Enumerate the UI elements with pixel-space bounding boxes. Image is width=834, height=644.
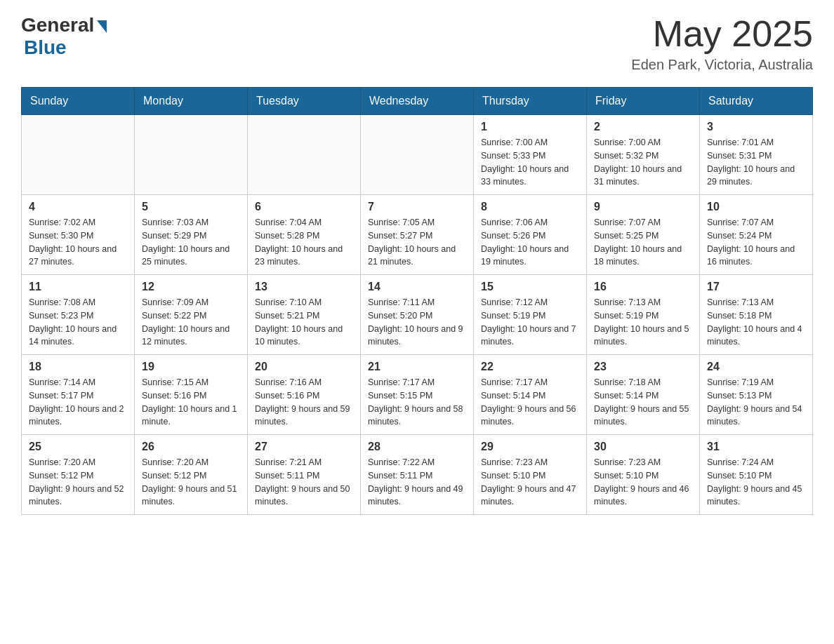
calendar-cell: 18Sunrise: 7:14 AM Sunset: 5:17 PM Dayli… xyxy=(22,355,135,435)
day-number: 13 xyxy=(255,281,353,293)
day-number: 17 xyxy=(707,281,805,293)
logo: General Blue xyxy=(21,14,107,59)
day-info: Sunrise: 7:19 AM Sunset: 5:13 PM Dayligh… xyxy=(707,376,805,429)
day-number: 24 xyxy=(707,361,805,373)
calendar-cell: 17Sunrise: 7:13 AM Sunset: 5:18 PM Dayli… xyxy=(700,275,813,355)
calendar-cell: 31Sunrise: 7:24 AM Sunset: 5:10 PM Dayli… xyxy=(700,435,813,515)
calendar-cell: 9Sunrise: 7:07 AM Sunset: 5:25 PM Daylig… xyxy=(587,195,700,275)
day-number: 29 xyxy=(481,441,579,453)
day-number: 11 xyxy=(29,281,127,293)
calendar-cell: 24Sunrise: 7:19 AM Sunset: 5:13 PM Dayli… xyxy=(700,355,813,435)
page-header: General Blue May 2025 Eden Park, Victori… xyxy=(21,14,813,73)
day-info: Sunrise: 7:08 AM Sunset: 5:23 PM Dayligh… xyxy=(29,296,127,349)
day-info: Sunrise: 7:00 AM Sunset: 5:32 PM Dayligh… xyxy=(594,136,692,189)
day-number: 9 xyxy=(594,201,692,213)
day-info: Sunrise: 7:14 AM Sunset: 5:17 PM Dayligh… xyxy=(29,376,127,429)
day-number: 18 xyxy=(29,361,127,373)
location-subtitle: Eden Park, Victoria, Australia xyxy=(631,57,813,73)
calendar-cell: 15Sunrise: 7:12 AM Sunset: 5:19 PM Dayli… xyxy=(474,275,587,355)
day-number: 22 xyxy=(481,361,579,373)
calendar-cell: 1Sunrise: 7:00 AM Sunset: 5:33 PM Daylig… xyxy=(474,115,587,195)
day-of-week-header: Wednesday xyxy=(361,88,474,115)
day-number: 21 xyxy=(368,361,466,373)
day-number: 8 xyxy=(481,201,579,213)
calendar-cell: 12Sunrise: 7:09 AM Sunset: 5:22 PM Dayli… xyxy=(135,275,248,355)
day-info: Sunrise: 7:13 AM Sunset: 5:18 PM Dayligh… xyxy=(707,296,805,349)
calendar-cell: 21Sunrise: 7:17 AM Sunset: 5:15 PM Dayli… xyxy=(361,355,474,435)
day-number: 16 xyxy=(594,281,692,293)
day-info: Sunrise: 7:12 AM Sunset: 5:19 PM Dayligh… xyxy=(481,296,579,349)
title-block: May 2025 Eden Park, Victoria, Australia xyxy=(631,14,813,73)
day-info: Sunrise: 7:07 AM Sunset: 5:25 PM Dayligh… xyxy=(594,216,692,269)
calendar-cell: 19Sunrise: 7:15 AM Sunset: 5:16 PM Dayli… xyxy=(135,355,248,435)
calendar-cell: 6Sunrise: 7:04 AM Sunset: 5:28 PM Daylig… xyxy=(248,195,361,275)
day-number: 5 xyxy=(142,201,240,213)
calendar-cell: 8Sunrise: 7:06 AM Sunset: 5:26 PM Daylig… xyxy=(474,195,587,275)
day-info: Sunrise: 7:01 AM Sunset: 5:31 PM Dayligh… xyxy=(707,136,805,189)
day-info: Sunrise: 7:20 AM Sunset: 5:12 PM Dayligh… xyxy=(29,456,127,509)
day-number: 26 xyxy=(142,441,240,453)
day-info: Sunrise: 7:23 AM Sunset: 5:10 PM Dayligh… xyxy=(481,456,579,509)
day-number: 12 xyxy=(142,281,240,293)
calendar-week-row: 1Sunrise: 7:00 AM Sunset: 5:33 PM Daylig… xyxy=(22,115,813,195)
calendar-cell xyxy=(22,115,135,195)
calendar-cell: 7Sunrise: 7:05 AM Sunset: 5:27 PM Daylig… xyxy=(361,195,474,275)
calendar-cell: 30Sunrise: 7:23 AM Sunset: 5:10 PM Dayli… xyxy=(587,435,700,515)
day-number: 4 xyxy=(29,201,127,213)
calendar-cell: 27Sunrise: 7:21 AM Sunset: 5:11 PM Dayli… xyxy=(248,435,361,515)
day-info: Sunrise: 7:18 AM Sunset: 5:14 PM Dayligh… xyxy=(594,376,692,429)
day-number: 6 xyxy=(255,201,353,213)
day-of-week-header: Saturday xyxy=(700,88,813,115)
day-info: Sunrise: 7:07 AM Sunset: 5:24 PM Dayligh… xyxy=(707,216,805,269)
day-info: Sunrise: 7:23 AM Sunset: 5:10 PM Dayligh… xyxy=(594,456,692,509)
calendar-cell: 2Sunrise: 7:00 AM Sunset: 5:32 PM Daylig… xyxy=(587,115,700,195)
day-info: Sunrise: 7:00 AM Sunset: 5:33 PM Dayligh… xyxy=(481,136,579,189)
day-info: Sunrise: 7:16 AM Sunset: 5:16 PM Dayligh… xyxy=(255,376,353,429)
calendar-cell: 5Sunrise: 7:03 AM Sunset: 5:29 PM Daylig… xyxy=(135,195,248,275)
day-info: Sunrise: 7:11 AM Sunset: 5:20 PM Dayligh… xyxy=(368,296,466,349)
calendar-cell: 16Sunrise: 7:13 AM Sunset: 5:19 PM Dayli… xyxy=(587,275,700,355)
calendar-table: SundayMondayTuesdayWednesdayThursdayFrid… xyxy=(21,87,813,515)
day-of-week-header: Sunday xyxy=(22,88,135,115)
day-info: Sunrise: 7:10 AM Sunset: 5:21 PM Dayligh… xyxy=(255,296,353,349)
calendar-cell: 3Sunrise: 7:01 AM Sunset: 5:31 PM Daylig… xyxy=(700,115,813,195)
day-number: 19 xyxy=(142,361,240,373)
day-info: Sunrise: 7:09 AM Sunset: 5:22 PM Dayligh… xyxy=(142,296,240,349)
calendar-cell: 13Sunrise: 7:10 AM Sunset: 5:21 PM Dayli… xyxy=(248,275,361,355)
day-number: 25 xyxy=(29,441,127,453)
calendar-cell: 14Sunrise: 7:11 AM Sunset: 5:20 PM Dayli… xyxy=(361,275,474,355)
calendar-cell: 23Sunrise: 7:18 AM Sunset: 5:14 PM Dayli… xyxy=(587,355,700,435)
calendar-cell xyxy=(135,115,248,195)
day-of-week-header: Thursday xyxy=(474,88,587,115)
day-info: Sunrise: 7:02 AM Sunset: 5:30 PM Dayligh… xyxy=(29,216,127,269)
month-year-title: May 2025 xyxy=(631,14,813,54)
day-number: 10 xyxy=(707,201,805,213)
day-number: 31 xyxy=(707,441,805,453)
day-number: 20 xyxy=(255,361,353,373)
calendar-cell: 4Sunrise: 7:02 AM Sunset: 5:30 PM Daylig… xyxy=(22,195,135,275)
day-of-week-header: Friday xyxy=(587,88,700,115)
day-info: Sunrise: 7:17 AM Sunset: 5:14 PM Dayligh… xyxy=(481,376,579,429)
day-info: Sunrise: 7:20 AM Sunset: 5:12 PM Dayligh… xyxy=(142,456,240,509)
calendar-cell: 10Sunrise: 7:07 AM Sunset: 5:24 PM Dayli… xyxy=(700,195,813,275)
day-number: 15 xyxy=(481,281,579,293)
day-info: Sunrise: 7:22 AM Sunset: 5:11 PM Dayligh… xyxy=(368,456,466,509)
day-info: Sunrise: 7:17 AM Sunset: 5:15 PM Dayligh… xyxy=(368,376,466,429)
calendar-cell: 29Sunrise: 7:23 AM Sunset: 5:10 PM Dayli… xyxy=(474,435,587,515)
day-of-week-header: Tuesday xyxy=(248,88,361,115)
logo-blue-text: Blue xyxy=(24,36,67,59)
logo-general-text: General xyxy=(21,14,94,36)
day-info: Sunrise: 7:04 AM Sunset: 5:28 PM Dayligh… xyxy=(255,216,353,269)
day-number: 1 xyxy=(481,121,579,133)
day-number: 3 xyxy=(707,121,805,133)
calendar-week-row: 25Sunrise: 7:20 AM Sunset: 5:12 PM Dayli… xyxy=(22,435,813,515)
day-info: Sunrise: 7:05 AM Sunset: 5:27 PM Dayligh… xyxy=(368,216,466,269)
calendar-cell: 28Sunrise: 7:22 AM Sunset: 5:11 PM Dayli… xyxy=(361,435,474,515)
day-number: 23 xyxy=(594,361,692,373)
calendar-cell: 22Sunrise: 7:17 AM Sunset: 5:14 PM Dayli… xyxy=(474,355,587,435)
calendar-cell: 20Sunrise: 7:16 AM Sunset: 5:16 PM Dayli… xyxy=(248,355,361,435)
day-info: Sunrise: 7:13 AM Sunset: 5:19 PM Dayligh… xyxy=(594,296,692,349)
calendar-cell xyxy=(361,115,474,195)
logo-arrow-icon xyxy=(97,20,107,33)
day-number: 27 xyxy=(255,441,353,453)
